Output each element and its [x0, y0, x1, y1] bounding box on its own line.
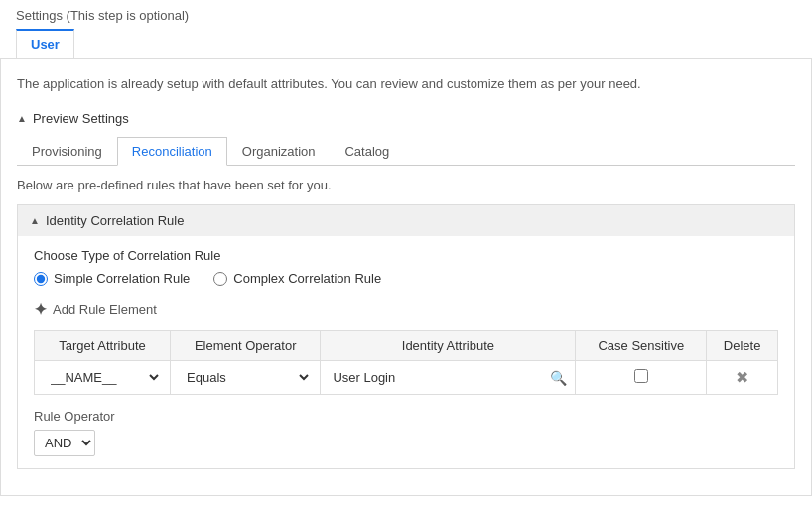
preview-settings-header[interactable]: ▲ Preview Settings: [17, 111, 795, 126]
element-operator-select-wrapper[interactable]: Equals: [179, 367, 312, 388]
identity-attribute-input[interactable]: [329, 368, 550, 387]
tab-organization[interactable]: Organization: [227, 137, 331, 166]
correlation-rule-section: ▲ Identity Correlation Rule Choose Type …: [17, 204, 795, 469]
section-body: Choose Type of Correlation Rule Simple C…: [18, 236, 794, 468]
case-sensitive-checkbox[interactable]: [634, 369, 648, 383]
tab-reconciliation[interactable]: Reconciliation: [117, 137, 227, 166]
case-sensitive-cell[interactable]: [576, 361, 707, 395]
identity-attr-wrapper: 🔍: [329, 368, 567, 387]
target-attribute-select-wrapper[interactable]: __NAME__: [43, 367, 162, 388]
correlation-collapse-icon: ▲: [30, 215, 40, 226]
tab-catalog[interactable]: Catalog: [330, 137, 404, 166]
page-title: Settings (This step is optional): [16, 8, 796, 23]
rule-table: Target Attribute Element Operator Identi…: [34, 330, 778, 395]
tab-user[interactable]: User: [16, 29, 74, 58]
radio-complex[interactable]: Complex Correlation Rule: [213, 271, 381, 286]
th-identity: Identity Attribute: [321, 331, 576, 361]
radio-group: Simple Correlation Rule Complex Correlat…: [34, 271, 778, 286]
rule-operator-select-wrapper[interactable]: AND OR: [34, 430, 95, 456]
th-operator: Element Operator: [171, 331, 321, 361]
identity-attribute-cell[interactable]: 🔍: [321, 361, 576, 395]
delete-cell[interactable]: ✖: [707, 361, 778, 395]
target-attribute-select[interactable]: __NAME__: [43, 367, 162, 388]
delete-icon[interactable]: ✖: [736, 369, 748, 386]
radio-complex-label: Complex Correlation Rule: [233, 271, 381, 286]
search-icon[interactable]: 🔍: [550, 370, 567, 386]
element-operator-cell[interactable]: Equals: [171, 361, 321, 395]
rule-operator-select[interactable]: AND OR: [35, 431, 94, 455]
collapse-arrow-icon: ▲: [17, 113, 27, 124]
preview-settings-label: Preview Settings: [33, 111, 129, 126]
add-rule-element-button[interactable]: ✦ Add Rule Element: [34, 300, 778, 318]
sub-tabs: Provisioning Reconciliation Organization…: [17, 136, 795, 166]
content-area: The application is already setup with de…: [0, 59, 812, 496]
th-case-sensitive: Case Sensitive: [576, 331, 707, 361]
rule-operator-section: Rule Operator AND OR: [34, 409, 778, 456]
add-icon: ✦: [34, 300, 47, 318]
choose-type-label: Choose Type of Correlation Rule: [34, 248, 778, 263]
radio-simple-label: Simple Correlation Rule: [54, 271, 190, 286]
tab-provisioning[interactable]: Provisioning: [17, 137, 117, 166]
th-target: Target Attribute: [35, 331, 171, 361]
add-rule-label: Add Rule Element: [53, 302, 157, 316]
rule-operator-label: Rule Operator: [34, 409, 778, 424]
target-attribute-cell[interactable]: __NAME__: [35, 361, 171, 395]
info-message: The application is already setup with de…: [17, 70, 795, 97]
radio-simple[interactable]: Simple Correlation Rule: [34, 271, 190, 286]
page-header: Settings (This step is optional) User: [0, 0, 812, 59]
correlation-rule-header[interactable]: ▲ Identity Correlation Rule: [18, 205, 794, 236]
radio-complex-input[interactable]: [213, 272, 227, 286]
th-delete: Delete: [707, 331, 778, 361]
radio-simple-input[interactable]: [34, 272, 48, 286]
correlation-rule-title: Identity Correlation Rule: [46, 213, 184, 228]
table-row: __NAME__ Equals: [35, 361, 778, 395]
main-tabs: User: [16, 29, 796, 58]
predefined-text: Below are pre-defined rules that have be…: [17, 178, 795, 192]
element-operator-select[interactable]: Equals: [179, 367, 312, 388]
